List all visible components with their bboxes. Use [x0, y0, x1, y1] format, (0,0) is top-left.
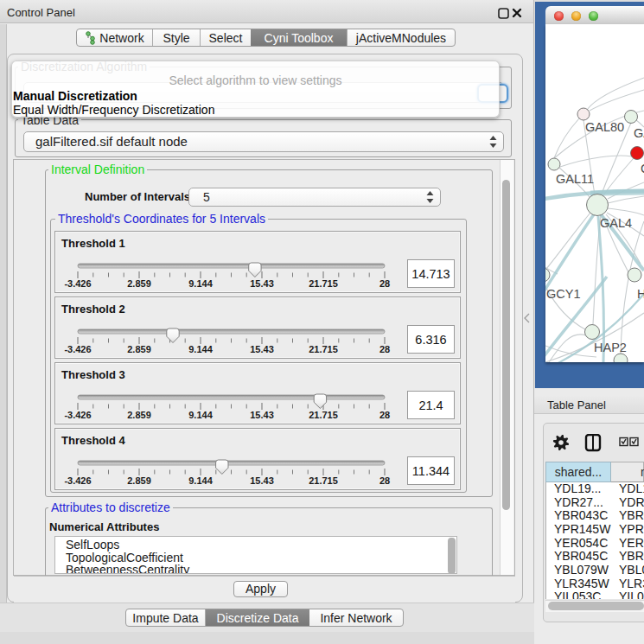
svg-text:9.144: 9.144 — [188, 344, 213, 354]
svg-text:9.144: 9.144 — [188, 475, 213, 486]
svg-text:28: 28 — [379, 475, 390, 486]
svg-text:-3.426: -3.426 — [64, 475, 91, 486]
svg-text:2.859: 2.859 — [127, 278, 151, 289]
svg-text:-3.426: -3.426 — [64, 410, 91, 420]
svg-text:21.715: 21.715 — [309, 410, 338, 420]
svg-text:GAL11: GAL11 — [556, 172, 594, 186]
svg-text:GCY1: GCY1 — [546, 287, 581, 301]
svg-text:21.715: 21.715 — [309, 344, 338, 354]
svg-text:15.43: 15.43 — [250, 278, 274, 289]
svg-text:9.144: 9.144 — [188, 278, 213, 289]
svg-text:2.859: 2.859 — [127, 475, 151, 486]
svg-text:2.859: 2.859 — [127, 344, 151, 354]
svg-text:15.43: 15.43 — [250, 475, 274, 486]
svg-text:15.43: 15.43 — [250, 344, 274, 354]
svg-text:GAL80: GAL80 — [585, 120, 624, 134]
svg-text:15.43: 15.43 — [250, 410, 274, 420]
svg-text:28: 28 — [379, 278, 390, 289]
svg-text:2.859: 2.859 — [127, 410, 151, 420]
svg-text:9.144: 9.144 — [188, 410, 213, 420]
svg-text:21.715: 21.715 — [309, 475, 338, 486]
svg-text:GAL4: GAL4 — [600, 216, 632, 230]
svg-text:28: 28 — [379, 410, 390, 420]
svg-text:-3.426: -3.426 — [64, 344, 91, 354]
svg-text:GA: GA — [634, 126, 644, 140]
svg-text:C: C — [641, 162, 644, 175]
svg-text:-3.426: -3.426 — [64, 278, 91, 289]
svg-text:28: 28 — [379, 344, 390, 354]
svg-text:HAP2: HAP2 — [594, 341, 627, 354]
svg-text:21.715: 21.715 — [309, 278, 338, 289]
svg-text:H: H — [637, 287, 644, 301]
